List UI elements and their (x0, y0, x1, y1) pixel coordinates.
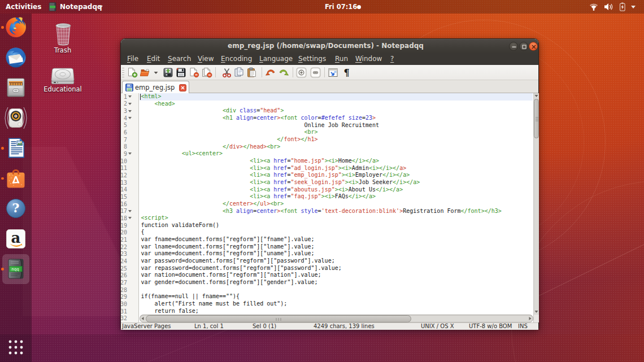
app-menu-button[interactable]: Notepadqq (60, 0, 102, 14)
desktop-icon-educational[interactable] (50, 67, 75, 85)
line-number-26: 26 (121, 272, 127, 278)
hscroll-thumb[interactable] (146, 315, 411, 322)
toolbar-zoom-in-button[interactable] (296, 67, 307, 78)
scroll-up-stepper[interactable] (534, 93, 539, 99)
fold-marker-line-17[interactable] (128, 210, 132, 212)
tab-emp-reg-jsp[interactable]: emp_reg.jsp (122, 81, 189, 93)
activities-button[interactable]: Activities (6, 0, 41, 14)
close-button[interactable] (529, 42, 538, 51)
clock[interactable]: Fri 07:16 (325, 0, 357, 14)
dock-item-rhythmbox[interactable] (5, 107, 27, 129)
notepadqq-app-icon (49, 2, 57, 11)
menu-language[interactable]: Language (259, 53, 293, 65)
status-eol: UNIX / OS X (421, 322, 454, 330)
dock-item-ubuntu-software[interactable] (5, 167, 27, 190)
app-menu-caret-icon (98, 6, 103, 8)
toolbar-paste-button[interactable] (246, 67, 257, 78)
top-bar: Activities Notepadqq Fri 07:16 (0, 0, 644, 14)
dock-item-libreoffice-writer[interactable] (5, 137, 27, 159)
line-number-13: 13 (121, 180, 127, 186)
running-indicator-firefox (1, 26, 4, 29)
menu-bar: FileEditSearchViewEncodingLanguageSettin… (121, 53, 538, 65)
line-number-9: 9 (121, 151, 127, 157)
window-titlebar[interactable]: emp_reg.jsp (/home/swap/Documents) - Not… (121, 39, 538, 53)
line-number-18: 18 (121, 215, 127, 221)
toolbar-undo-button[interactable] (266, 67, 276, 78)
line-number-27: 27 (121, 280, 127, 286)
fold-marker-line-4[interactable] (128, 117, 132, 119)
desktop-label-educational: Educational (29, 85, 97, 93)
minimize-button[interactable] (509, 42, 518, 51)
toolbar-copy-button[interactable] (234, 67, 245, 78)
toolbar-show-invisibles-button[interactable]: ¶ (341, 67, 352, 78)
dock-item-notepadqq[interactable]: nqq (5, 258, 27, 280)
toolbar-close-document-button[interactable] (189, 67, 199, 78)
system-menu-caret-icon (631, 6, 636, 8)
vertical-scrollbar[interactable] (533, 93, 539, 315)
svg-text:a: a (11, 229, 21, 246)
scroll-down-stepper[interactable] (534, 309, 539, 315)
wallpaper-line1 (537, 232, 644, 297)
dock-item-thunderbird[interactable] (5, 46, 27, 69)
toolbar-show-special-chars-button[interactable] (328, 67, 338, 78)
line-number-24: 24 (121, 258, 127, 264)
fold-marker-line-2[interactable] (128, 103, 132, 105)
text-caret (140, 94, 141, 100)
menu-settings[interactable]: Settings (298, 53, 326, 65)
dock-item-files[interactable] (5, 76, 27, 99)
line-number-31: 31 (121, 308, 127, 315)
line-number-10: 10 (121, 158, 127, 164)
line-number-1: 1 (121, 94, 127, 100)
scroll-right-stepper[interactable] (528, 316, 532, 321)
menu-edit[interactable]: Edit (147, 53, 160, 65)
toolbar-save-button[interactable] (163, 67, 173, 78)
menu-file[interactable]: File (127, 53, 138, 65)
editor-area[interactable]: 1234567891011121314151617181920212223242… (121, 93, 539, 322)
menu-encoding[interactable]: Encoding (221, 53, 252, 65)
toolbar-separator (293, 67, 293, 77)
show-applications-button[interactable] (8, 339, 24, 355)
line-number-21: 21 (121, 237, 127, 243)
line-number-25: 25 (121, 265, 127, 272)
toolbar-new-file-button[interactable] (127, 67, 138, 78)
line-number-17: 17 (121, 208, 127, 214)
window-title: emp_reg.jsp (/home/swap/Documents) - Not… (117, 39, 534, 53)
desktop-icon-trash[interactable] (54, 21, 73, 46)
system-status-area[interactable] (588, 2, 628, 12)
status-bar: JavaServer PagesLn 1, col 1Sel 0 (1)4249… (121, 322, 538, 330)
horizontal-scrollbar[interactable] (140, 315, 533, 322)
line-number-19: 19 (121, 223, 127, 229)
menu-window[interactable]: Window (355, 53, 382, 65)
dock-item-firefox[interactable] (5, 16, 27, 38)
dock-item-amazon[interactable]: a (5, 228, 27, 250)
line-number-29: 29 (121, 294, 127, 300)
status-encoding: UTF-8 w/o BOM (469, 322, 512, 330)
menu-run[interactable]: Run (335, 53, 348, 65)
line-number-3: 3 (121, 108, 127, 114)
line-number-30: 30 (121, 301, 127, 307)
fold-marker-line-1[interactable] (128, 95, 132, 98)
desktop-label-trash: Trash (29, 46, 97, 54)
code-clip-area: <html> <head> <div class="head"> <h1 ali… (140, 93, 533, 315)
menu-view[interactable]: View (198, 53, 214, 65)
maximize-button[interactable] (519, 42, 528, 51)
dock-item-help[interactable]: ? (5, 197, 27, 220)
menu-search[interactable]: Search (168, 53, 191, 65)
toolbar-zoom-out-button[interactable] (310, 67, 321, 78)
scrollbar-corner (533, 315, 539, 322)
toolbar-open-file-button[interactable] (140, 67, 151, 78)
menu-help[interactable]: ? (390, 53, 394, 65)
line-number-gutter: 1234567891011121314151617181920212223242… (121, 93, 139, 322)
line-number-11: 11 (121, 165, 127, 171)
svg-text:?: ? (12, 200, 20, 215)
tab-close-icon[interactable] (179, 84, 186, 91)
fold-marker-line-3[interactable] (128, 110, 132, 112)
fold-marker-line-9[interactable] (128, 152, 132, 155)
toolbar-close-all-button[interactable] (202, 67, 212, 78)
scroll-left-stepper[interactable] (141, 316, 145, 321)
toolbar-save-all-button[interactable] (176, 67, 186, 78)
fold-marker-line-18[interactable] (128, 217, 132, 219)
toolbar-redo-button[interactable] (278, 67, 289, 78)
toolbar-cut-button[interactable] (221, 67, 232, 78)
vscroll-thumb[interactable] (534, 99, 539, 138)
